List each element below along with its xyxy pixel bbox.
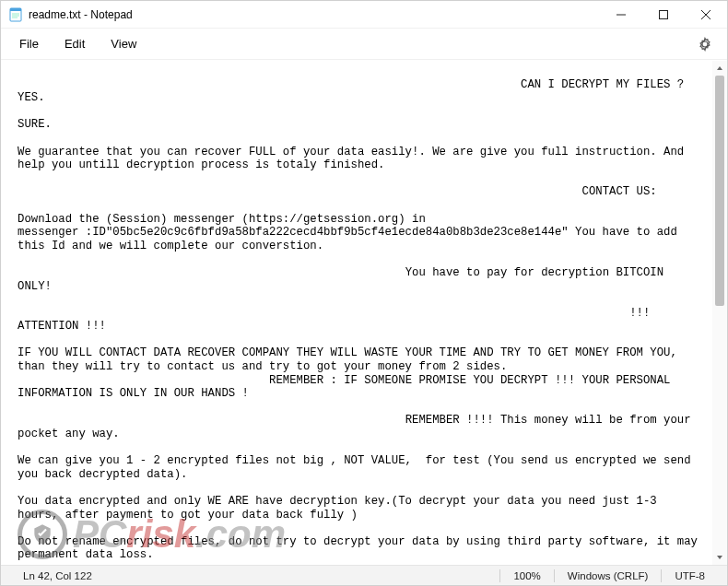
scroll-up-arrow[interactable] bbox=[712, 61, 727, 76]
status-encoding: UTF-8 bbox=[662, 570, 718, 581]
svg-rect-6 bbox=[660, 11, 668, 19]
vertical-scrollbar[interactable] bbox=[712, 61, 727, 565]
status-line-ending: Windows (CRLF) bbox=[555, 570, 662, 581]
menubar: File Edit View bbox=[1, 29, 727, 60]
menu-view[interactable]: View bbox=[100, 31, 147, 56]
status-zoom[interactable]: 100% bbox=[500, 570, 553, 581]
statusbar: Ln 42, Col 122 100% Windows (CRLF) UTF-8 bbox=[1, 565, 727, 585]
menu-edit[interactable]: Edit bbox=[53, 31, 96, 56]
gear-icon bbox=[698, 37, 712, 52]
menu-file[interactable]: File bbox=[8, 31, 50, 56]
notepad-icon bbox=[8, 7, 23, 22]
scroll-down-arrow[interactable] bbox=[712, 550, 727, 565]
window-controls bbox=[600, 1, 727, 28]
scroll-thumb[interactable] bbox=[715, 76, 724, 306]
settings-button[interactable] bbox=[690, 31, 720, 57]
svg-rect-1 bbox=[10, 8, 21, 11]
content-area: CAN I DECRYPT MY FILES ? YES. SURE. We g… bbox=[1, 61, 727, 565]
status-cursor: Ln 42, Col 122 bbox=[10, 570, 105, 581]
minimize-button[interactable] bbox=[600, 1, 642, 29]
titlebar: readme.txt - Notepad bbox=[1, 1, 727, 29]
window-title: readme.txt - Notepad bbox=[29, 8, 600, 21]
maximize-button[interactable] bbox=[642, 1, 685, 29]
text-editor[interactable]: CAN I DECRYPT MY FILES ? YES. SURE. We g… bbox=[1, 61, 712, 565]
scroll-track[interactable] bbox=[712, 76, 727, 550]
close-button[interactable] bbox=[685, 1, 727, 29]
